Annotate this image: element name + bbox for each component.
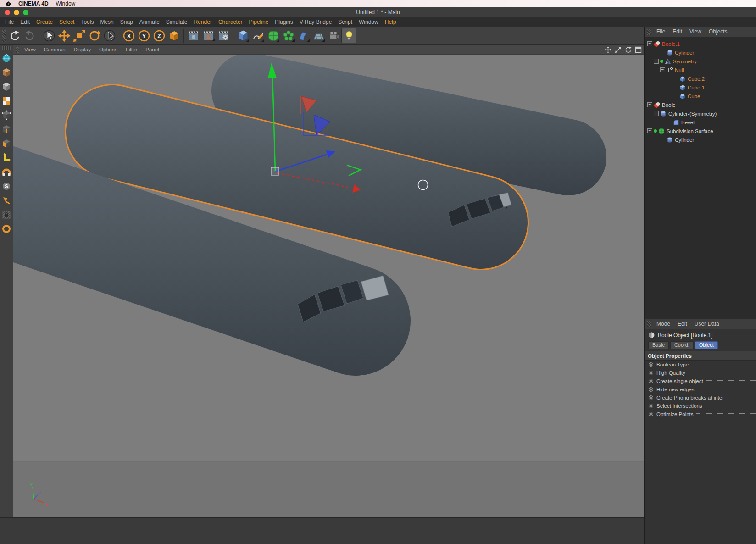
keyframe-dot-icon[interactable] [649, 395, 653, 400]
keyframe-dot-icon[interactable] [649, 412, 653, 416]
snap-settings-icon[interactable] [1, 195, 12, 206]
om-menu-view[interactable]: View [686, 28, 705, 35]
attribute-manager-drag-handle[interactable] [647, 321, 651, 327]
lock-y-axis-icon[interactable]: Y [136, 28, 151, 43]
menu-create[interactable]: Create [33, 19, 56, 25]
menu-vray-bridge[interactable]: V-Ray Bridge [296, 19, 335, 25]
model-mode-icon[interactable] [1, 81, 12, 92]
tab-basic[interactable]: Basic [648, 341, 669, 349]
scene-canvas[interactable]: Y Z X [13, 45, 644, 517]
make-editable-icon[interactable] [1, 67, 12, 78]
undo-icon[interactable] [7, 28, 22, 43]
tree-item-cylinder-2[interactable]: Cylinder [645, 135, 756, 144]
tree-item-cube1[interactable]: Cube.1 [645, 83, 756, 92]
menu-help[interactable]: Help [382, 19, 400, 25]
menu-snap[interactable]: Snap [117, 19, 136, 25]
points-mode-icon[interactable] [1, 110, 12, 121]
viewport-menu-display[interactable]: Display [69, 47, 95, 52]
macos-menu-window[interactable]: Window [56, 0, 76, 7]
enabled-dot-icon[interactable] [654, 129, 657, 133]
enable-axis-icon[interactable] [1, 152, 12, 163]
viewport-menu-filter[interactable]: Filter [122, 47, 142, 52]
viewport-zoom-icon[interactable] [615, 46, 622, 53]
expander-icon[interactable]: − [654, 111, 659, 116]
property-create-single-object[interactable]: Create single object [645, 377, 756, 385]
om-menu-objects[interactable]: Objects [705, 28, 731, 35]
move-tool-icon[interactable] [56, 28, 72, 43]
lock-x-axis-icon[interactable]: X [121, 28, 136, 43]
render-view-icon[interactable] [186, 28, 201, 43]
expander-icon[interactable]: − [647, 128, 652, 133]
viewport-menu-panel[interactable]: Panel [141, 47, 163, 52]
menu-simulate[interactable]: Simulate [163, 19, 191, 25]
om-menu-file[interactable]: File [653, 28, 669, 35]
object-manager-drag-handle[interactable] [647, 29, 651, 35]
menu-pipeline[interactable]: Pipeline [246, 19, 272, 25]
coordinate-system-icon[interactable] [167, 28, 182, 43]
expander-icon[interactable]: − [654, 59, 659, 64]
workplane-icon[interactable] [1, 167, 12, 178]
menu-mesh[interactable]: Mesh [97, 19, 117, 25]
locked-workplane-icon[interactable] [1, 209, 12, 220]
keyframe-dot-icon[interactable] [649, 362, 653, 367]
gizmo-origin-cube[interactable] [271, 167, 279, 175]
am-menu-user-data[interactable]: User Data [691, 321, 723, 327]
camera-icon[interactable] [326, 28, 341, 43]
tab-object[interactable]: Object [695, 341, 718, 349]
tree-item-cube2[interactable]: Cube.2 [645, 74, 756, 83]
keyframe-dot-icon[interactable] [649, 379, 653, 383]
property-create-phong-breaks[interactable]: Create Phong breaks at inter [645, 394, 756, 402]
redo-icon[interactable] [22, 28, 37, 43]
menu-script[interactable]: Script [335, 19, 356, 25]
scale-tool-icon[interactable] [72, 28, 87, 43]
tree-item-cube[interactable]: Cube [645, 92, 756, 100]
environment-icon[interactable] [311, 28, 326, 43]
tab-coord[interactable]: Coord. [670, 341, 694, 349]
am-menu-mode[interactable]: Mode [653, 321, 674, 327]
tree-item-cylinder-symmetry[interactable]: − Cylinder-(Symmetry) [645, 109, 756, 118]
edges-mode-icon[interactable] [1, 124, 12, 135]
menu-plugins[interactable]: Plugins [272, 19, 296, 25]
property-hide-new-edges[interactable]: Hide new edges [645, 385, 756, 394]
keyframe-dot-icon[interactable] [649, 371, 653, 375]
menu-tools[interactable]: Tools [78, 19, 97, 25]
generators-icon[interactable] [281, 28, 296, 43]
tree-item-symmetry[interactable]: − Symmetry [645, 57, 756, 66]
last-tool-icon[interactable] [102, 28, 117, 43]
viewport[interactable]: Y Z X View Cameras Display Options Filte… [13, 45, 644, 517]
light-icon[interactable] [341, 28, 356, 43]
property-select-intersections[interactable]: Select intersections [645, 402, 756, 410]
polygons-mode-icon[interactable] [1, 138, 12, 149]
tree-item-null[interactable]: − Null [645, 66, 756, 74]
tree-item-cylinder[interactable]: Cylinder [645, 48, 756, 57]
om-menu-edit[interactable]: Edit [669, 28, 686, 35]
keyframe-dot-icon[interactable] [649, 387, 653, 392]
tree-item-bevel[interactable]: Bevel [645, 118, 756, 127]
property-boolean-type[interactable]: Boolean Type [645, 361, 756, 369]
viewport-toggle-icon[interactable] [635, 46, 642, 53]
tree-item-boole[interactable]: − Boole [645, 100, 756, 109]
snapping-icon[interactable]: S [1, 181, 12, 192]
rotate-tool-icon[interactable] [87, 28, 102, 43]
expander-icon[interactable]: − [660, 67, 665, 72]
viewport-drag-handle[interactable] [16, 46, 19, 53]
lock-z-axis-icon[interactable]: Z [151, 28, 167, 43]
tree-item-boole1[interactable]: − Boole.1 [645, 39, 756, 48]
viewport-rotate-icon[interactable] [625, 46, 632, 53]
texture-mode-icon[interactable] [1, 95, 12, 106]
enabled-dot-icon[interactable] [660, 60, 663, 63]
expander-icon[interactable]: − [647, 41, 652, 46]
viewport-menu-view[interactable]: View [20, 47, 40, 52]
menu-select[interactable]: Select [56, 19, 78, 25]
edit-render-settings-icon[interactable] [216, 28, 231, 43]
menu-window[interactable]: Window [356, 19, 382, 25]
macos-app-name[interactable]: CINEMA 4D [18, 0, 49, 7]
am-menu-edit[interactable]: Edit [674, 321, 691, 327]
viewport-menu-options[interactable]: Options [95, 47, 122, 52]
convert-icon[interactable] [1, 53, 12, 64]
render-to-picture-viewer-icon[interactable] [201, 28, 216, 43]
palette-drag-handle[interactable] [2, 46, 11, 50]
menu-character[interactable]: Character [215, 19, 246, 25]
viewport-menu-cameras[interactable]: Cameras [40, 47, 70, 52]
add-cube-primitive-icon[interactable] [235, 28, 250, 43]
